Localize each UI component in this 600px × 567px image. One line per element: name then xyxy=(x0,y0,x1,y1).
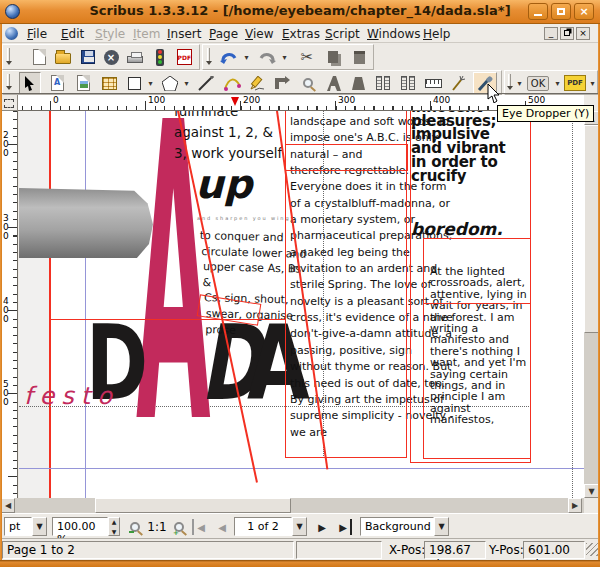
pdf-tools-dropdown[interactable]: ▾ xyxy=(514,72,525,94)
zoom-level-input[interactable]: 100.00 % xyxy=(52,517,108,536)
menu-view[interactable]: View xyxy=(240,25,278,42)
next-page-button[interactable]: ▶ xyxy=(314,519,330,535)
rotate-item-tool[interactable] xyxy=(271,72,293,94)
select-item-tool[interactable] xyxy=(19,72,41,94)
minimize-button[interactable] xyxy=(528,3,548,20)
edit-contents-tool[interactable] xyxy=(322,72,344,94)
previous-page-button[interactable]: ◀ xyxy=(214,519,230,535)
ruler-label: 400 xyxy=(433,95,450,105)
cut-button[interactable]: ✂ xyxy=(295,46,319,68)
unit-dropdown-button[interactable]: ▼ xyxy=(32,517,47,536)
redo-button[interactable] xyxy=(255,46,279,68)
page-dropdown-button[interactable]: ▼ xyxy=(292,517,307,536)
preflight-verifier-button[interactable] xyxy=(148,46,172,68)
spin-down-icon[interactable]: ▼ xyxy=(112,528,117,535)
zoom-in-icon: + xyxy=(174,522,184,532)
insert-freehand-tool[interactable] xyxy=(246,72,268,94)
copy-button[interactable] xyxy=(321,46,345,68)
title-bar[interactable]: Scribus 1.3.3.12 - [/home/eyebeam/chapte… xyxy=(0,0,600,24)
vertical-scroll-thumb[interactable] xyxy=(584,125,599,333)
ruler-label: 200 xyxy=(3,131,11,158)
text-frame-fulminate[interactable]: fulminate against 1, 2, & 3, work yourse… xyxy=(174,111,292,164)
menu-edit[interactable]: Edit xyxy=(56,25,89,42)
shape-dropdown[interactable]: ▾ xyxy=(145,72,156,94)
zoom-100-button[interactable]: 1:1 xyxy=(146,519,168,535)
scroll-down-button[interactable]: ▼ xyxy=(584,484,599,498)
undo-dropdown[interactable]: ▾ xyxy=(241,46,252,68)
insert-shape-tool[interactable] xyxy=(123,72,145,94)
wings-text[interactable]: and sharpen you wings xyxy=(197,215,295,221)
scroll-right-button[interactable]: ▶ xyxy=(568,498,582,513)
layer-select[interactable]: Background xyxy=(360,517,434,536)
bottom-controls-bar: pt ▼ 100.00 % ▲ ▼ 1:1 + ◀ ◀ 1 of 2 ▼ ▶ ▶… xyxy=(0,513,600,538)
ruler-origin[interactable] xyxy=(0,95,18,111)
print-button[interactable] xyxy=(123,46,147,68)
menu-page[interactable]: Page xyxy=(204,25,243,42)
toolbar-handle[interactable] xyxy=(7,74,10,87)
story-editor-tool[interactable] xyxy=(347,72,369,94)
close-document-button[interactable]: × xyxy=(99,46,123,68)
close-button[interactable]: × xyxy=(574,3,594,20)
insert-bezier-tool[interactable] xyxy=(221,72,243,94)
export-pdf-button[interactable]: PDF xyxy=(172,46,196,68)
menu-script[interactable]: Script xyxy=(320,25,365,42)
menu-help[interactable]: Help xyxy=(418,25,455,42)
horizontal-scrollbar[interactable]: ◀ ▶ xyxy=(0,498,584,513)
new-document-button[interactable] xyxy=(27,46,51,68)
zoom-in-button[interactable]: + xyxy=(170,519,188,535)
pdf-push-button-tool[interactable]: OK xyxy=(525,72,551,94)
last-page-button[interactable]: ▶ xyxy=(336,519,352,535)
paste-clipboard-icon xyxy=(354,51,365,64)
pdf-button-dropdown[interactable]: ▾ xyxy=(552,72,563,94)
festo-text[interactable]: festo xyxy=(24,382,119,410)
save-button[interactable] xyxy=(76,46,100,68)
menu-windows[interactable]: Windows xyxy=(362,25,426,42)
menu-style[interactable]: Style xyxy=(90,25,130,42)
polygon-icon xyxy=(162,76,178,91)
first-page-button[interactable]: ◀ xyxy=(192,519,208,535)
menu-file[interactable]: File xyxy=(22,25,52,42)
mdi-close-button[interactable]: × xyxy=(576,27,590,40)
toolbar-handle[interactable] xyxy=(207,48,210,62)
mdi-minimize-button[interactable]: _ xyxy=(544,27,558,40)
open-document-button[interactable] xyxy=(51,46,75,68)
page-canvas[interactable]: A D D A festo fulminate against 1, 2, & … xyxy=(19,111,584,498)
up-text[interactable]: up xyxy=(195,164,252,204)
polygon-dropdown[interactable]: ▾ xyxy=(181,72,192,94)
menu-item[interactable]: Item xyxy=(128,25,165,42)
insert-text-frame-tool[interactable]: A xyxy=(46,72,68,94)
horizontal-scroll-thumb[interactable] xyxy=(95,498,291,513)
zoom-out-button[interactable] xyxy=(126,519,144,535)
redo-dropdown[interactable]: ▾ xyxy=(279,46,290,68)
insert-table-tool[interactable] xyxy=(98,72,120,94)
insert-image-frame-tool[interactable] xyxy=(72,72,94,94)
page-number-select[interactable]: 1 of 2 xyxy=(234,517,292,536)
edit-toolbar: ▾ ▾ ✂ xyxy=(202,44,374,70)
undo-button[interactable] xyxy=(217,46,241,68)
copy-properties-tool[interactable] xyxy=(446,72,468,94)
layer-dropdown-button[interactable]: ▼ xyxy=(434,517,449,536)
tooltip: Eye Dropper (Y) xyxy=(497,105,594,122)
unit-select[interactable]: pt xyxy=(4,517,32,536)
zoom-tool[interactable] xyxy=(297,72,319,94)
unlink-text-frames-tool[interactable] xyxy=(397,72,419,94)
vertical-ruler[interactable]: 200 300 400 500 xyxy=(0,111,18,498)
toolbar-handle[interactable] xyxy=(7,48,10,62)
spin-up-icon[interactable]: ▲ xyxy=(112,518,117,525)
paste-button[interactable] xyxy=(347,46,371,68)
arm-photo-image[interactable] xyxy=(19,188,153,258)
measurements-tool[interactable] xyxy=(422,72,444,94)
toolbar-handle[interactable] xyxy=(508,74,511,87)
insert-line-tool[interactable] xyxy=(195,72,217,94)
insert-polygon-tool[interactable] xyxy=(159,72,181,94)
menu-extras[interactable]: Extras xyxy=(277,25,325,42)
link-text-frames-tool[interactable] xyxy=(372,72,394,94)
pdf-field-tool[interactable]: PDF xyxy=(563,72,587,94)
scroll-left-button[interactable]: ◀ xyxy=(1,498,15,513)
maximize-button[interactable] xyxy=(551,3,571,20)
menu-insert[interactable]: Insert xyxy=(162,25,206,42)
vertical-scrollbar[interactable]: ▲ ▼ xyxy=(584,111,599,498)
mdi-restore-button[interactable] xyxy=(560,27,574,40)
zoom-spinner[interactable]: ▲ ▼ xyxy=(108,517,120,536)
pdf-field-dropdown[interactable]: ▾ xyxy=(587,72,598,94)
